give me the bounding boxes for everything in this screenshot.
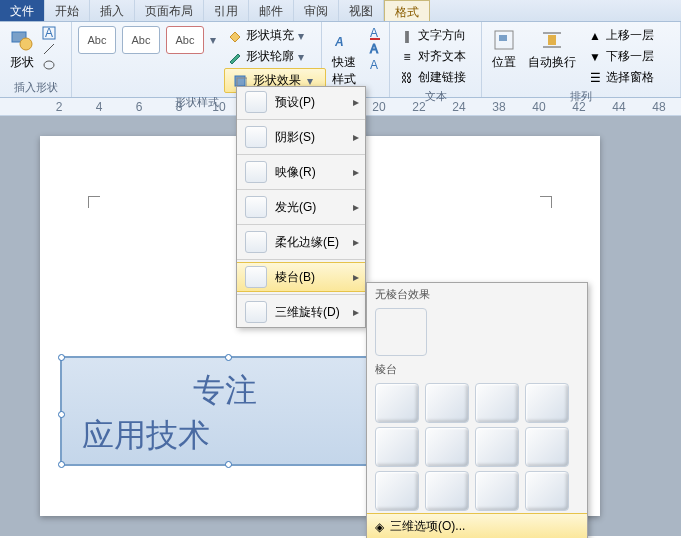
bevel-option[interactable]	[425, 383, 469, 423]
options-icon: ◈	[375, 520, 384, 534]
bevel-gallery: 无棱台效果 棱台 ◈ 三维选项(O)...	[366, 282, 588, 538]
oval-mini-icon	[42, 58, 56, 72]
bevel-option[interactable]	[375, 383, 419, 423]
create-link-button[interactable]: ⛓创建链接	[396, 68, 470, 87]
preset-thumb-icon	[245, 91, 267, 113]
group-label: 插入形状	[6, 78, 65, 97]
textbox-line2[interactable]: 应用技术	[82, 413, 368, 458]
bevel-none[interactable]	[375, 308, 427, 356]
pen-icon	[228, 50, 242, 64]
bevel-option[interactable]	[475, 383, 519, 423]
text-direction-icon: ‖	[400, 29, 414, 43]
menu-softedge[interactable]: 柔化边缘(E)▸	[237, 227, 365, 257]
svg-rect-15	[548, 35, 556, 45]
tab-references[interactable]: 引用	[204, 0, 249, 21]
shape-effects-menu: 预设(P)▸ 阴影(S)▸ 映像(R)▸ 发光(G)▸ 柔化边缘(E)▸ 棱台(…	[236, 86, 366, 328]
bevel-3d-options[interactable]: ◈ 三维选项(O)...	[367, 513, 587, 538]
rotation-thumb-icon	[245, 301, 267, 323]
shape-outline-button[interactable]: 形状轮廓▾	[224, 47, 326, 66]
menu-3drotation[interactable]: 三维旋转(D)▸	[237, 297, 365, 327]
style-preset-2[interactable]: Abc	[122, 26, 160, 54]
no-bevel-label: 无棱台效果	[367, 283, 587, 306]
chevron-right-icon: ▸	[353, 200, 359, 214]
selected-textbox-shape[interactable]: 专注 应用技术	[60, 356, 390, 466]
quick-styles-button[interactable]: A 快速样式	[328, 26, 365, 90]
back-icon: ▼	[588, 50, 602, 64]
menu-preset[interactable]: 预设(P)▸	[237, 87, 365, 117]
group-arrange: 位置 自动换行 ▲上移一层 ▼下移一层 ☰选择窗格 排列	[482, 22, 681, 97]
bevel-option[interactable]	[425, 427, 469, 467]
svg-point-1	[20, 38, 32, 50]
text-direction-button[interactable]: ‖文字方向	[396, 26, 470, 45]
style-preset-1[interactable]: Abc	[78, 26, 116, 54]
chevron-right-icon: ▸	[353, 270, 359, 284]
menu-reflection[interactable]: 映像(R)▸	[237, 157, 365, 187]
shape-fill-button[interactable]: 形状填充▾	[224, 26, 326, 45]
chevron-right-icon: ▸	[353, 130, 359, 144]
glow-thumb-icon	[245, 196, 267, 218]
svg-text:A: A	[45, 26, 53, 40]
bevel-option[interactable]	[525, 383, 569, 423]
svg-rect-10	[370, 38, 380, 40]
line-mini-icon	[42, 42, 56, 56]
bevel-option[interactable]	[425, 471, 469, 511]
group-label: 排列	[488, 87, 674, 106]
resize-handle[interactable]	[225, 354, 232, 361]
tab-review[interactable]: 审阅	[294, 0, 339, 21]
tab-insert[interactable]: 插入	[90, 0, 135, 21]
chevron-right-icon: ▸	[353, 305, 359, 319]
text-effects-icon[interactable]: A	[369, 58, 383, 72]
tab-mailings[interactable]: 邮件	[249, 0, 294, 21]
link-icon: ⛓	[400, 71, 414, 85]
chevron-right-icon: ▸	[353, 95, 359, 109]
tab-view[interactable]: 视图	[339, 0, 384, 21]
shapes-button[interactable]: 形状	[6, 26, 38, 73]
textbox-line1[interactable]: 专注	[82, 368, 368, 413]
tab-format[interactable]: 格式	[384, 0, 430, 21]
resize-handle[interactable]	[58, 461, 65, 468]
tab-home[interactable]: 开始	[45, 0, 90, 21]
text-outline-icon[interactable]: A	[369, 42, 383, 56]
pane-icon: ☰	[588, 71, 602, 85]
bevel-option[interactable]	[525, 427, 569, 467]
tab-layout[interactable]: 页面布局	[135, 0, 204, 21]
menu-bevel[interactable]: 棱台(B)▸	[237, 262, 365, 292]
bevel-section-label: 棱台	[367, 358, 587, 381]
align-text-button[interactable]: ≡对齐文本	[396, 47, 470, 66]
group-text: ‖文字方向 ≡对齐文本 ⛓创建链接 文本	[390, 22, 482, 97]
group-insert-shapes: 形状 A 插入形状	[0, 22, 72, 97]
position-icon	[492, 28, 516, 52]
wrap-text-button[interactable]: 自动换行	[524, 26, 580, 73]
menu-glow[interactable]: 发光(G)▸	[237, 192, 365, 222]
bevel-option[interactable]	[375, 471, 419, 511]
tab-file[interactable]: 文件	[0, 0, 45, 21]
style-gallery-more[interactable]: ▾	[210, 33, 220, 47]
bevel-option[interactable]	[375, 427, 419, 467]
svg-text:A: A	[370, 58, 378, 72]
resize-handle[interactable]	[225, 461, 232, 468]
ribbon-tabs: 文件 开始 插入 页面布局 引用 邮件 审阅 视图 格式	[0, 0, 681, 22]
bring-forward-button[interactable]: ▲上移一层	[584, 26, 658, 45]
chevron-right-icon: ▸	[353, 165, 359, 179]
position-button[interactable]: 位置	[488, 26, 520, 73]
svg-rect-14	[499, 35, 507, 41]
svg-point-5	[44, 61, 54, 69]
shapes-icon	[10, 28, 34, 52]
svg-text:A: A	[370, 26, 378, 40]
send-backward-button[interactable]: ▼下移一层	[584, 47, 658, 66]
resize-handle[interactable]	[58, 354, 65, 361]
shadow-thumb-icon	[245, 126, 267, 148]
style-preset-3[interactable]: Abc	[166, 26, 204, 54]
bevel-thumb-icon	[245, 266, 267, 288]
bevel-option[interactable]	[525, 471, 569, 511]
wordart-icon: A	[335, 28, 359, 52]
bevel-option[interactable]	[475, 427, 519, 467]
group-label: 文本	[396, 87, 475, 106]
resize-handle[interactable]	[58, 411, 65, 418]
bevel-option[interactable]	[475, 471, 519, 511]
selection-pane-button[interactable]: ☰选择窗格	[584, 68, 658, 87]
menu-shadow[interactable]: 阴影(S)▸	[237, 122, 365, 152]
text-fill-icon[interactable]: A	[369, 26, 383, 40]
align-icon: ≡	[400, 50, 414, 64]
shape-mini-gallery[interactable]: A	[42, 26, 56, 72]
